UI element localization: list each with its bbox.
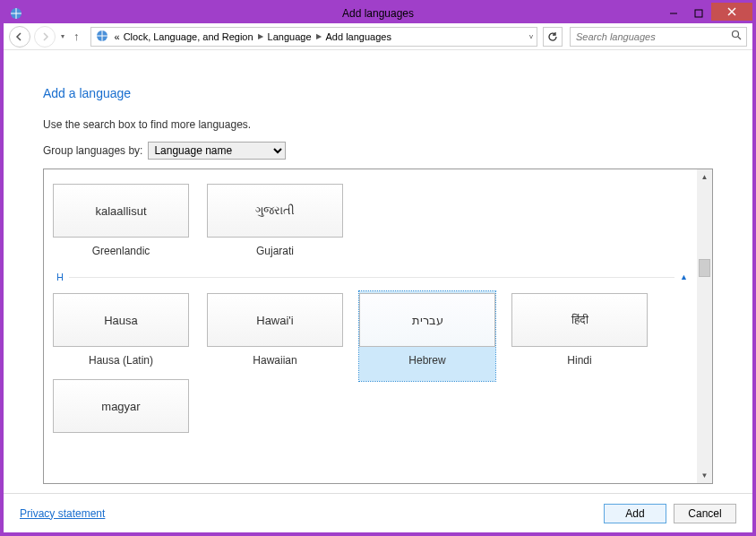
add-button[interactable]: Add: [604, 504, 666, 523]
language-tile-hungarian[interactable]: magyar: [53, 379, 189, 453]
tile-native-name: Hawai'i: [207, 293, 343, 347]
tile-native-name: עברית: [359, 293, 495, 347]
maximize-button[interactable]: [686, 4, 711, 22]
tile-native-name: kalaallisut: [53, 184, 189, 238]
privacy-link[interactable]: Privacy statement: [20, 507, 105, 520]
tile-native-name: ગુજરાતી: [207, 184, 343, 238]
footer: Privacy statement Add Cancel: [4, 493, 752, 532]
close-button[interactable]: [711, 3, 752, 21]
instruction-text: Use the search box to find more language…: [43, 118, 713, 131]
vertical-scrollbar[interactable]: ▲ ▼: [697, 169, 712, 483]
language-tile-hebrew[interactable]: עברית Hebrew: [359, 291, 495, 381]
cancel-button[interactable]: Cancel: [674, 504, 736, 523]
tile-native-name: magyar: [53, 379, 189, 433]
back-button[interactable]: [9, 26, 30, 48]
page-title: Add a language: [43, 86, 713, 100]
chevron-right-icon[interactable]: ▶: [258, 32, 263, 40]
minimize-button[interactable]: [661, 4, 686, 22]
scroll-down-icon[interactable]: ▼: [697, 468, 712, 483]
language-tile-greenlandic[interactable]: kalaallisut Greenlandic: [53, 184, 189, 270]
chevron-right-icon[interactable]: ▶: [316, 32, 322, 40]
search-box[interactable]: [570, 27, 747, 47]
svg-point-6: [733, 31, 739, 38]
search-icon[interactable]: [726, 30, 746, 43]
breadcrumb-item[interactable]: Clock, Language, and Region: [122, 31, 255, 42]
breadcrumb-item[interactable]: Add languages: [324, 31, 393, 42]
navigation-row: ▾ ↑ « Clock, Language, and Region ▶ Lang…: [4, 23, 752, 50]
scroll-thumb[interactable]: [699, 259, 710, 277]
tile-english-name: Hindi: [567, 354, 591, 367]
search-input[interactable]: [571, 31, 726, 42]
language-tile-hawaiian[interactable]: Hawai'i Hawaiian: [207, 293, 343, 379]
tile-english-name: Hawaiian: [253, 354, 296, 367]
section-header-h[interactable]: H ▲: [56, 272, 688, 282]
collapse-icon[interactable]: ▲: [680, 272, 688, 281]
address-bar[interactable]: « Clock, Language, and Region ▶ Language…: [90, 27, 538, 47]
scroll-up-icon[interactable]: ▲: [697, 169, 712, 185]
window-title: Add languages: [342, 7, 414, 20]
tile-english-name: Greenlandic: [92, 245, 150, 257]
breadcrumb-item[interactable]: Language: [266, 31, 314, 42]
tile-english-name: Gujarati: [256, 245, 294, 257]
language-tile-hausa[interactable]: Hausa Hausa (Latin): [53, 293, 189, 379]
svg-rect-2: [695, 10, 702, 17]
svg-line-7: [738, 37, 741, 39]
breadcrumb-prefix: «: [113, 31, 122, 42]
language-list: kalaallisut Greenlandic ગુજરાતી Gujarati…: [43, 169, 713, 484]
group-by-label: Group languages by:: [43, 144, 142, 157]
history-dropdown-icon[interactable]: ▾: [61, 32, 64, 40]
tile-native-name: Hausa: [53, 293, 189, 347]
section-rule: [69, 277, 674, 278]
app-icon: [9, 6, 23, 21]
forward-button: [34, 26, 56, 48]
address-dropdown-icon[interactable]: v: [529, 32, 533, 40]
tile-english-name: Hausa (Latin): [89, 354, 153, 367]
tile-english-name: Hebrew: [408, 354, 445, 367]
section-letter: H: [56, 272, 64, 282]
group-by-select[interactable]: Language name: [148, 142, 286, 160]
language-tile-hindi[interactable]: हिंदी Hindi: [511, 293, 648, 379]
titlebar[interactable]: Add languages: [4, 4, 752, 23]
up-button[interactable]: ↑: [70, 30, 83, 43]
tile-native-name: हिंदी: [511, 293, 648, 347]
location-icon: [95, 29, 109, 45]
refresh-button[interactable]: [543, 27, 563, 47]
language-tile-gujarati[interactable]: ગુજરાતી Gujarati: [207, 184, 343, 270]
